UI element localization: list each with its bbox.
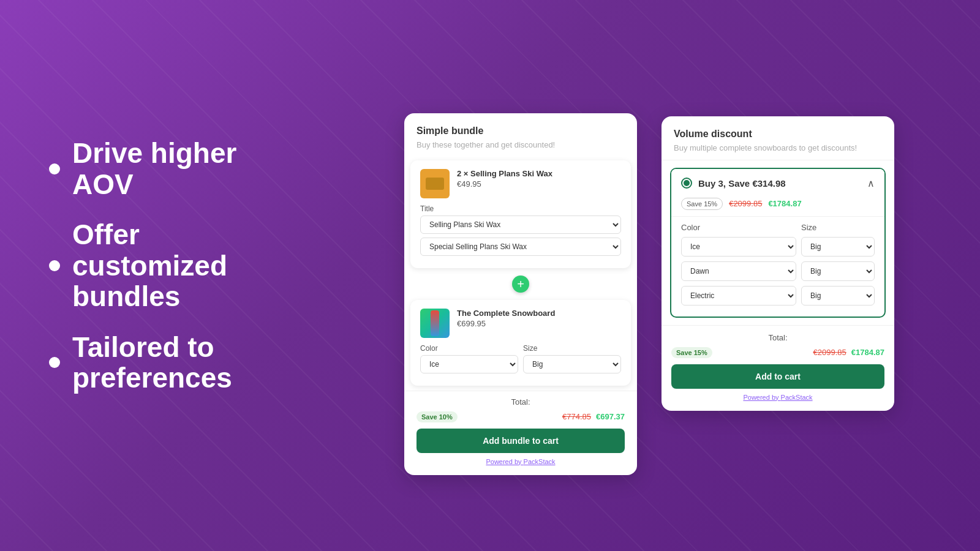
ski-wax-price: €49.95 [457, 179, 621, 189]
grid-row-1: IceDawnElectric BigSmallMedium [681, 237, 875, 257]
snowboard-color-label: Color [420, 344, 518, 353]
volume-discount-card: Volume discount Buy multiple complete sn… [662, 116, 894, 411]
grid-size-select-1[interactable]: BigSmallMedium [801, 237, 875, 257]
ski-wax-product-header: 2 × Selling Plans Ski Wax €49.95 [420, 169, 621, 198]
simple-bundle-footer: Total: Save 10% €774.85 €697.37 Add bund… [404, 391, 637, 475]
snowboard-color-select[interactable]: Ice Dawn Electric [420, 355, 518, 373]
volume-footer-original-price: €2099.85 [813, 348, 846, 357]
volume-footer-save-badge: Save 15% [671, 347, 712, 358]
volume-total-label: Total: [671, 333, 884, 342]
simple-bundle-prices: €774.85 €697.37 [562, 412, 625, 421]
ski-wax-info: 2 × Selling Plans Ski Wax €49.95 [457, 169, 621, 189]
grid-color-select-3[interactable]: ElectricIceDawn [681, 286, 796, 305]
simple-bundle-save-badge: Save 10% [417, 411, 458, 422]
simple-bundle-packstack-link[interactable]: PackStack [524, 458, 556, 465]
bullet-dot-bundles [49, 260, 60, 271]
volume-save-badge: Save 15% [681, 198, 723, 210]
color-size-grid: Color Size IceDawnElectric BigSmallMediu… [671, 216, 884, 317]
ski-wax-select2[interactable]: Special Selling Plans Ski Wax [420, 238, 621, 256]
bullet-item-preferences: Tailored to preferences [49, 332, 282, 394]
snowboard-price: €699.95 [457, 319, 621, 328]
volume-add-to-cart-button[interactable]: Add to cart [671, 364, 884, 389]
volume-footer-prices: €2099.85 €1784.87 [813, 348, 884, 357]
bullet-text-aov: Drive higher AOV [72, 138, 282, 200]
snowboard-product-header: The Complete Snowboard €699.95 [420, 309, 621, 338]
volume-discounted-price: €1784.87 [768, 199, 801, 208]
volume-option-prices: Save 15% €2099.85 €1784.87 [671, 198, 884, 216]
volume-discount-header: Volume discount Buy multiple complete sn… [662, 116, 894, 160]
snowboard-icon [431, 310, 439, 336]
ski-wax-product-item: 2 × Selling Plans Ski Wax €49.95 Title S… [410, 160, 631, 268]
grid-row-3: ElectricIceDawn BigSmallMedium [681, 286, 875, 305]
grid-header: Color Size [681, 223, 875, 232]
size-col-label: Size [801, 223, 875, 232]
volume-savings-row: Save 15% €2099.85 €1784.87 [671, 347, 884, 358]
ski-wax-image [420, 169, 450, 198]
simple-bundle-powered-by: Powered by PackStack [417, 458, 625, 465]
grid-color-select-2[interactable]: DawnIceElectric [681, 261, 796, 281]
ski-wax-select1[interactable]: Selling Plans Ski Wax [420, 216, 621, 234]
simple-bundle-discounted-price: €697.37 [596, 412, 625, 421]
simple-bundle-subtitle: Buy these together and get discounted! [417, 140, 625, 149]
volume-original-price: €2099.85 [729, 199, 762, 208]
bullet-dot-preferences [49, 357, 60, 368]
plus-button-container: + [404, 273, 637, 295]
simple-bundle-header: Simple bundle Buy these together and get… [404, 113, 637, 156]
volume-option: Buy 3, Save €314.98 ∧ Save 15% €2099.85 … [670, 168, 886, 318]
grid-row-2: DawnIceElectric BigSmallMedium [681, 261, 875, 281]
snowboard-name: The Complete Snowboard [457, 309, 621, 318]
volume-option-left: Buy 3, Save €314.98 [681, 178, 786, 189]
volume-discount-subtitle: Buy multiple complete snowboards to get … [674, 143, 882, 152]
snowboard-size-group: Size Big Small Medium [523, 344, 621, 377]
volume-packstack-link[interactable]: PackStack [781, 394, 813, 401]
volume-footer-discounted-price: €1784.87 [851, 348, 884, 357]
ski-wax-title-label: Title [420, 204, 621, 213]
bullet-item-aov: Drive higher AOV [49, 138, 282, 200]
chevron-up-icon[interactable]: ∧ [867, 178, 875, 189]
snowboard-size-label: Size [523, 344, 621, 353]
volume-powered-by: Powered by PackStack [671, 394, 884, 401]
simple-bundle-total-label: Total: [417, 397, 625, 407]
snowboard-product-item: The Complete Snowboard €699.95 Color Ice… [410, 300, 631, 386]
bullet-text-bundles: Offer customized bundles [72, 219, 282, 312]
color-col-label: Color [681, 223, 796, 232]
main-content: Drive higher AOV Offer customized bundle… [0, 0, 980, 551]
volume-footer: Total: Save 15% €2099.85 €1784.87 Add to… [662, 325, 894, 411]
grid-color-select-1[interactable]: IceDawnElectric [681, 237, 796, 257]
grid-size-select-2[interactable]: BigSmallMedium [801, 261, 875, 281]
simple-bundle-savings-row: Save 10% €774.85 €697.37 [417, 411, 625, 422]
bullet-dot-aov [49, 163, 60, 174]
volume-option-title: Buy 3, Save €314.98 [698, 178, 786, 189]
left-section: Drive higher AOV Offer customized bundle… [0, 101, 318, 450]
plus-button[interactable]: + [512, 276, 529, 293]
wax-icon [426, 178, 444, 190]
grid-size-select-3[interactable]: BigSmallMedium [801, 286, 875, 305]
snowboard-size-select[interactable]: Big Small Medium [523, 355, 621, 373]
ski-wax-name: 2 × Selling Plans Ski Wax [457, 169, 621, 178]
ski-wax-product-name: Selling Plans Ski Wax [470, 169, 552, 178]
simple-bundle-title: Simple bundle [417, 126, 625, 137]
simple-bundle-card: Simple bundle Buy these together and get… [404, 113, 637, 475]
snowboard-image [420, 309, 450, 338]
volume-radio-selected[interactable] [681, 178, 692, 189]
simple-bundle-original-price: €774.85 [562, 412, 591, 421]
snowboard-selects: Color Ice Dawn Electric Size Big Small M… [420, 344, 621, 377]
snowboard-info: The Complete Snowboard €699.95 [457, 309, 621, 328]
volume-discount-title: Volume discount [674, 129, 882, 140]
add-bundle-to-cart-button[interactable]: Add bundle to cart [417, 429, 625, 453]
right-section: Simple bundle Buy these together and get… [318, 83, 980, 469]
snowboard-color-group: Color Ice Dawn Electric [420, 344, 518, 377]
bullet-text-preferences: Tailored to preferences [72, 332, 282, 394]
bullet-item-bundles: Offer customized bundles [49, 219, 282, 312]
ski-wax-qty: 2 × [457, 169, 468, 178]
volume-option-header: Buy 3, Save €314.98 ∧ [671, 169, 884, 198]
